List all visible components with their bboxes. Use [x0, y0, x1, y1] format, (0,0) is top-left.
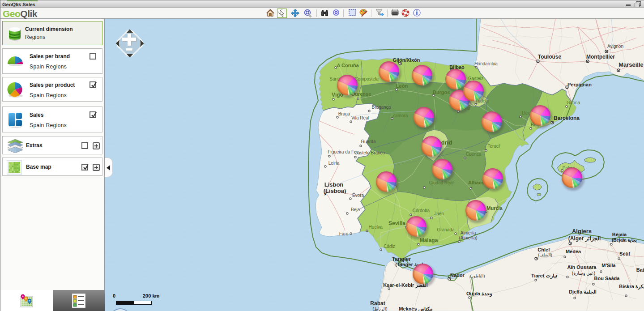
svg-text:Cádiz: Cádiz — [384, 244, 395, 249]
svg-text:Braga: Braga — [338, 111, 350, 116]
svg-text:Granada: Granada — [437, 227, 455, 232]
svg-text:Biskra بسكرة: Biskra بسكرة — [619, 284, 644, 290]
svg-text:(الرباط): (الرباط) — [372, 307, 387, 311]
svg-text:Sétif: Sétif — [619, 251, 630, 256]
svg-text:Guarda: Guarda — [361, 139, 376, 144]
svg-text:Leiria: Leiria — [328, 161, 340, 166]
svg-text:Sevilla: Sevilla — [388, 220, 405, 226]
svg-text:(Bejaïa بجاية: (Bejaïa بجاية — [612, 238, 637, 243]
svg-text:Lisbon: Lisbon — [324, 181, 344, 188]
svg-text:Médéa: Médéa — [566, 249, 581, 254]
svg-text:Jaén: Jaén — [434, 211, 444, 216]
svg-text:Zamora: Zamora — [392, 113, 408, 118]
svg-text:Cuenca: Cuenca — [466, 152, 482, 157]
svg-text:Gijón/Xixón: Gijón/Xixón — [392, 57, 420, 63]
svg-text:(Lisboa): (Lisboa) — [324, 187, 346, 194]
svg-text:Toulouse: Toulouse — [538, 54, 562, 60]
svg-text:(Almería): (Almería) — [459, 235, 477, 240]
svg-text:Perpignan: Perpignan — [567, 82, 592, 87]
svg-text:Djelfa الجلفة: Djelfa الجلفة — [569, 289, 597, 295]
svg-text:Figueira da Foz: Figueira da Foz — [328, 149, 358, 154]
svg-text:Bou Saâda: Bou Saâda — [594, 276, 620, 281]
svg-text:Bragança: Bragança — [372, 105, 391, 110]
svg-text:Algiers: Algiers — [572, 228, 592, 234]
svg-text:Oujda وجدة: Oujda وجدة — [466, 291, 492, 297]
svg-text:León: León — [396, 83, 408, 89]
svg-text:Gasteiz: Gasteiz — [468, 76, 483, 81]
svg-text:Chlef: Chlef — [537, 247, 550, 252]
svg-text:Batn: Batn — [636, 267, 644, 273]
svg-text:Aïn Oussara: Aïn Oussara — [567, 264, 597, 270]
svg-text:Faro: Faro — [339, 231, 349, 236]
svg-text:Tangier: Tangier — [392, 256, 411, 262]
svg-text:(الناظور): (الناظور) — [470, 274, 485, 278]
svg-text:Vila Real: Vila Real — [351, 115, 369, 120]
svg-text:(الشلف): (الشلف) — [538, 253, 552, 257]
svg-text:(Alger الجزائر: (Alger الجزائر — [568, 235, 601, 242]
svg-text:Beja: Beja — [351, 207, 360, 212]
svg-text:Barcelona: Barcelona — [554, 115, 580, 121]
svg-text:A Coruña: A Coruña — [337, 63, 359, 68]
svg-text:Marseille: Marseille — [618, 61, 644, 68]
svg-text:Bilbao: Bilbao — [449, 64, 465, 70]
svg-text:Teruel: Teruel — [487, 144, 499, 149]
svg-text:Huelva: Huelva — [368, 225, 383, 230]
svg-text:Murcia: Murcia — [486, 205, 503, 211]
svg-text:Rabat: Rabat — [370, 300, 385, 307]
svg-text:Nador: Nador — [450, 273, 465, 278]
svg-text:Girona: Girona — [567, 100, 580, 105]
svg-text:Tiaret تيارت: Tiaret تيارت — [531, 273, 557, 279]
svg-text:Montpellier: Montpellier — [586, 54, 615, 60]
svg-text:Córdoba: Córdoba — [413, 208, 430, 213]
svg-text:Castelo Branco: Castelo Branco — [354, 150, 385, 155]
svg-text:Hondarribia: Hondarribia — [474, 61, 498, 66]
svg-text:Évora: Évora — [352, 192, 364, 198]
svg-text:Avignon: Avignon — [607, 44, 623, 49]
svg-text:(عين وسارة): (عين وسارة) — [572, 271, 595, 276]
svg-text:Almería: Almería — [461, 230, 476, 235]
svg-text:Meknès مكناس: Meknès مكناس — [399, 306, 433, 311]
svg-text:Burgos: Burgos — [433, 89, 450, 95]
svg-text:Béjaïa: Béjaïa — [612, 232, 627, 237]
svg-text:M'Sila: M'Sila — [601, 263, 616, 268]
